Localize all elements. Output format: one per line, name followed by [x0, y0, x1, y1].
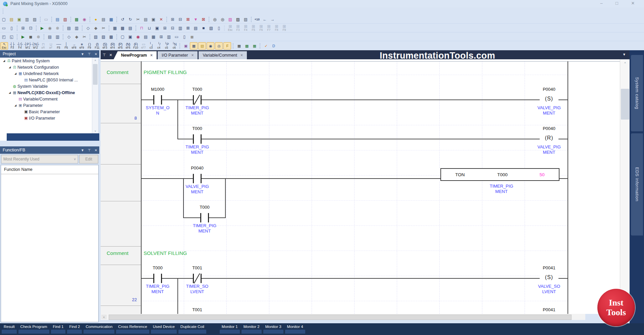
- ladder-tool-icon[interactable]: ▦: [235, 43, 243, 49]
- toolbar-icon[interactable]: ▣: [16, 16, 23, 23]
- tree-item[interactable]: ◢ ▦ Undefined Network: [0, 70, 92, 77]
- toolbar-icon[interactable]: ⊞F4: [242, 25, 249, 31]
- toolbar-icon[interactable]: ✂: [81, 34, 88, 40]
- tree-item[interactable]: ◢ ▣ Parameter: [0, 102, 92, 109]
- tree-item[interactable]: ◍ System Variable: [0, 83, 92, 89]
- ladder-tool-icon[interactable]: (/)F11: [94, 43, 101, 49]
- no-contact[interactable]: [153, 274, 162, 283]
- no-contact[interactable]: [193, 174, 202, 183]
- toolbar-icon[interactable]: ▤: [54, 16, 61, 23]
- toolbar-icon[interactable]: ◆: [73, 34, 80, 40]
- tree-item[interactable]: ▣ Basic Parameter: [0, 109, 92, 115]
- editor-tab[interactable]: I/O Parameter×: [158, 51, 198, 59]
- ladder-tool-icon[interactable]: ┤N├sF2: [32, 43, 39, 49]
- left-panel-tab[interactable]: [13, 133, 20, 141]
- scrollbar-thumb[interactable]: [621, 89, 629, 120]
- tab-eds-information[interactable]: EDS information: [631, 133, 643, 236]
- tree-item[interactable]: ▤ Variable/Comment: [0, 96, 92, 102]
- toolbar-icon[interactable]: ▣: [150, 16, 157, 23]
- toolbar-icon[interactable]: ▭: [173, 34, 180, 40]
- ladder-tool-icon[interactable]: (N)sF6: [124, 43, 131, 49]
- status-tab[interactable]: Find 2: [67, 324, 82, 334]
- ladder-tool-icon[interactable]: ( )F9: [86, 43, 93, 49]
- status-tab[interactable]: Monitor 3: [263, 324, 283, 334]
- toolbar-icon[interactable]: ◼: [189, 34, 196, 40]
- toolbar-icon[interactable]: +10: [254, 16, 261, 23]
- left-panel-tab[interactable]: [7, 133, 13, 141]
- toolbar-icon[interactable]: ⊞F5: [250, 25, 257, 31]
- tab-overflow-icon[interactable]: ▼: [623, 53, 626, 56]
- ladder-tool-icon[interactable]: (S)sF3: [101, 43, 108, 49]
- tree-item[interactable]: ◢ ⚖ Paint Mixing System: [0, 58, 92, 64]
- toolbar-icon[interactable]: ▤: [142, 34, 149, 40]
- status-tab[interactable]: Monitor 2: [241, 324, 262, 334]
- ladder-tool-icon[interactable]: ↖Esc: [0, 42, 8, 50]
- close-icon[interactable]: ✕: [93, 148, 99, 152]
- nc-contact[interactable]: [193, 274, 202, 283]
- toolbar-icon[interactable]: ▭: [0, 25, 7, 31]
- toolbar-icon[interactable]: →: [269, 16, 276, 23]
- ladder-tool-icon[interactable]: ▩: [243, 43, 250, 49]
- toolbar-icon[interactable]: ◼: [27, 34, 34, 40]
- tab-system-catalog[interactable]: System catalog: [631, 55, 643, 131]
- toolbar-icon[interactable]: ▤: [142, 16, 149, 23]
- toolbar-icon[interactable]: ▧: [92, 34, 99, 40]
- expand-arrow-icon[interactable]: ◢: [8, 91, 12, 94]
- scroll-left-icon[interactable]: ‹: [101, 315, 107, 319]
- toolbar-icon[interactable]: ▨: [100, 34, 107, 40]
- toolbar-icon[interactable]: ✂: [135, 16, 142, 23]
- ladder-tool-icon[interactable]: ┤P├sF1: [24, 43, 31, 49]
- toolbar-icon[interactable]: ▯: [8, 25, 15, 31]
- edit-button[interactable]: Edit: [79, 155, 98, 163]
- ladder-tool-icon[interactable]: ✓: [262, 43, 269, 49]
- ladder-tool-icon[interactable]: ⊔aF: [47, 43, 54, 49]
- ladder-tool-icon[interactable]: ╵╷c3: [148, 43, 155, 49]
- ladder-tool-icon[interactable]: (R)sF4: [109, 43, 116, 49]
- toolbar-icon[interactable]: ⊗: [54, 25, 61, 31]
- maximize-button[interactable]: □: [612, 1, 622, 6]
- horizontal-scrollbar[interactable]: ‹: [101, 314, 585, 320]
- editor-tab[interactable]: Variable/Comment×: [199, 51, 247, 59]
- toolbar-icon[interactable]: ⊞F8: [273, 25, 280, 31]
- toolbar-icon[interactable]: ▩: [119, 25, 126, 31]
- rung-comment[interactable]: SOLVENT FILLING: [144, 250, 187, 256]
- function-filter-select[interactable]: Most Recently Used ˅: [1, 155, 78, 163]
- toolbar-icon[interactable]: ◇: [85, 25, 92, 31]
- ladder-editor[interactable]: Comment PIGMENT FILLING Comment SOLVENT …: [101, 59, 620, 314]
- toolbar-icon[interactable]: ⊞: [158, 34, 165, 40]
- toolbar-icon[interactable]: ▤: [192, 25, 199, 31]
- ladder-tool-icon[interactable]: →sF8: [70, 43, 77, 49]
- toolbar-icon[interactable]: ▤: [65, 25, 72, 31]
- nc-contact[interactable]: [193, 95, 202, 105]
- toolbar-icon[interactable]: ◇: [65, 34, 72, 40]
- toolbar-icon[interactable]: ⊞: [19, 25, 26, 31]
- toolbar-icon[interactable]: ◎: [219, 16, 226, 23]
- toolbar-icon[interactable]: ▣: [154, 25, 161, 31]
- toolbar-icon[interactable]: ⊞F6: [258, 25, 265, 31]
- toolbar-icon[interactable]: ⊓: [138, 25, 145, 31]
- panel-menu-icon[interactable]: ▼: [79, 148, 86, 152]
- expand-arrow-icon[interactable]: ◢: [13, 104, 17, 107]
- toolbar-icon[interactable]: ▩: [108, 34, 115, 40]
- toolbar-icon[interactable]: ⊞: [169, 16, 176, 23]
- toolbar-icon[interactable]: ◉: [46, 25, 53, 31]
- no-contact[interactable]: [193, 134, 202, 144]
- expand-arrow-icon[interactable]: ◢: [2, 59, 6, 62]
- reset-coil[interactable]: (R): [540, 135, 558, 141]
- toolbar-icon[interactable]: ▥: [23, 16, 31, 23]
- toolbar-icon[interactable]: ◱: [8, 34, 15, 40]
- toolbar-icon[interactable]: ■: [200, 25, 207, 31]
- close-icon[interactable]: ✕: [109, 53, 112, 57]
- tab-close-icon[interactable]: ×: [191, 53, 194, 58]
- toolbar-icon[interactable]: ⊠: [184, 25, 192, 31]
- status-tab[interactable]: Find 1: [51, 324, 66, 334]
- toolbar-icon[interactable]: ▦: [150, 34, 157, 40]
- ladder-tool-icon[interactable]: ╵/c4: [155, 43, 162, 49]
- pin-icon[interactable]: ⊤: [86, 52, 93, 56]
- status-tab[interactable]: Communication: [84, 324, 114, 334]
- ladder-tool-icon[interactable]: ▧: [198, 42, 206, 50]
- ladder-tool-icon[interactable]: ◎: [215, 42, 223, 50]
- editor-tab[interactable]: NewProgram×: [114, 51, 157, 59]
- status-tab[interactable]: Monitor 1: [220, 324, 240, 334]
- toolbar-icon[interactable]: ⊗: [35, 34, 42, 40]
